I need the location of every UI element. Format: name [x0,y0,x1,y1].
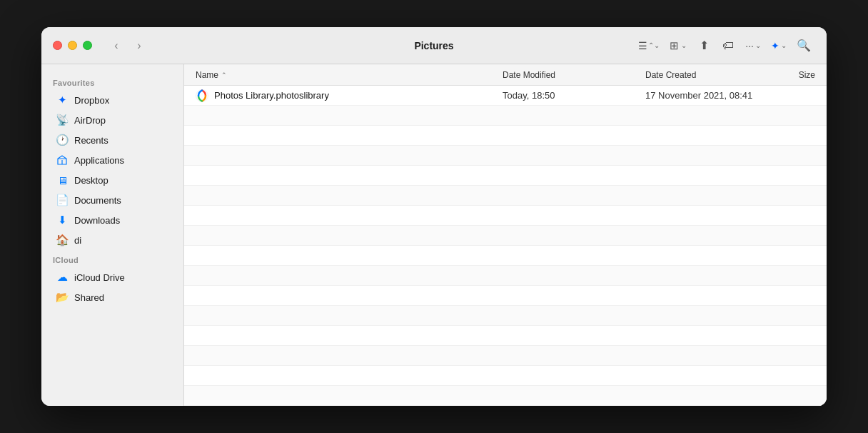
airdrop-icon: 📡 [56,114,69,126]
minimize-button[interactable] [68,41,77,50]
sidebar-item-dropbox[interactable]: ✦ Dropbox [44,90,181,110]
documents-icon: 📄 [56,194,69,206]
finder-window: ‹ › Pictures ☰ ⌃⌄ ⊞ ⌄ ⬆ 🏷 [41,27,827,406]
sidebar-item-icloud-drive[interactable]: ☁ iCloud Drive [44,267,181,287]
sidebar-item-shared[interactable]: 📂 Shared [44,287,181,307]
main-area: Name ⌃ Date Modified Date Created Size [184,64,827,406]
sidebar-item-downloads[interactable]: ⬇ Downloads [44,210,181,230]
dropbox-sidebar-icon: ✦ [56,94,69,106]
sidebar-item-recents[interactable]: 🕐 Recents [44,130,181,150]
empty-row [184,226,827,246]
file-name-cell: Photos Library.photoslibrary [196,89,503,102]
col-header-date-modified[interactable]: Date Modified [503,70,645,80]
share-button[interactable]: ⬆ [692,34,715,57]
file-date-created: 17 November 2021, 08:41 [645,90,772,101]
empty-row [184,126,827,146]
svg-point-3 [201,94,204,97]
col-header-date-created[interactable]: Date Created [645,70,772,80]
file-date-modified: Today, 18:50 [503,90,645,101]
sidebar-icloud-drive-label: iCloud Drive [74,272,125,283]
list-view-button[interactable]: ☰ ⌃⌄ [634,35,664,56]
search-button[interactable]: 🔍 [792,34,815,57]
dropbox-icon: ✦ [771,40,779,51]
applications-icon [56,154,69,166]
sidebar: Favourites ✦ Dropbox 📡 AirDrop 🕐 Recents [41,64,184,406]
grid-view-button[interactable]: ⊞ ⌄ [665,35,691,56]
empty-row [184,106,827,126]
search-icon: 🔍 [797,39,811,52]
grid-icon: ⊞ [670,39,679,52]
sidebar-item-documents[interactable]: 📄 Documents [44,190,181,210]
empty-row [184,306,827,326]
sidebar-airdrop-label: AirDrop [74,115,106,126]
traffic-lights [53,41,92,50]
list-icon: ☰ [638,40,647,51]
photos-library-icon [196,89,208,102]
home-icon: 🏠 [56,234,69,247]
empty-row [184,366,827,386]
empty-row [184,286,827,306]
desktop-icon: 🖥 [56,174,69,186]
recents-icon: 🕐 [56,134,69,146]
sidebar-recents-label: Recents [74,135,108,146]
more-chevron: ⌄ [755,41,761,49]
downloads-icon: ⬇ [56,214,69,227]
file-list: Photos Library.photoslibrary Today, 18:5… [184,86,827,406]
grid-chevron: ⌄ [681,41,687,49]
empty-row [184,346,827,366]
list-sort-chevron: ⌃⌄ [648,41,660,49]
empty-row [184,186,827,206]
empty-row [184,206,827,226]
sort-icon: ⌃ [221,71,227,79]
file-name: Photos Library.photoslibrary [214,90,329,101]
col-header-size[interactable]: Size [772,70,815,80]
sidebar-item-di[interactable]: 🏠 di [44,230,181,250]
dropbox-chevron: ⌄ [781,41,787,49]
navigation: ‹ › [106,36,149,56]
content-area: Favourites ✦ Dropbox 📡 AirDrop 🕐 Recents [41,64,827,406]
sidebar-item-airdrop[interactable]: 📡 AirDrop [44,110,181,130]
titlebar: ‹ › Pictures ☰ ⌃⌄ ⊞ ⌄ ⬆ 🏷 [41,27,827,64]
empty-row [184,246,827,266]
share-icon: ⬆ [700,39,709,52]
icloud-section-label: iCloud [41,250,183,267]
empty-row [184,266,827,286]
sidebar-shared-label: Shared [74,292,104,303]
empty-row [184,146,827,166]
tag-icon: 🏷 [722,39,734,52]
col-header-name[interactable]: Name ⌃ [196,70,503,80]
empty-row [184,166,827,186]
forward-button[interactable]: › [129,36,149,56]
toolbar-actions: ☰ ⌃⌄ ⊞ ⌄ ⬆ 🏷 ··· ⌄ ✦ ⌄ [634,34,815,57]
shared-icon: 📂 [56,291,69,304]
file-row[interactable]: Photos Library.photoslibrary Today, 18:5… [184,86,827,106]
back-button[interactable]: ‹ [106,36,126,56]
sidebar-dropbox-label: Dropbox [74,95,109,106]
close-button[interactable] [53,41,62,50]
icloud-drive-icon: ☁ [56,271,69,284]
more-icon: ··· [745,40,754,51]
sidebar-di-label: di [74,235,81,246]
sidebar-downloads-label: Downloads [74,215,120,226]
more-button[interactable]: ··· ⌄ [741,35,765,56]
sidebar-item-applications[interactable]: Applications [44,150,181,170]
empty-row [184,386,827,406]
favourites-section-label: Favourites [41,73,183,90]
sidebar-documents-label: Documents [74,195,121,206]
tag-button[interactable]: 🏷 [717,34,740,57]
dropbox-button[interactable]: ✦ ⌄ [767,35,791,56]
maximize-button[interactable] [83,41,92,50]
empty-row [184,326,827,346]
sidebar-applications-label: Applications [74,155,124,166]
column-header: Name ⌃ Date Modified Date Created Size [184,64,827,86]
window-title: Pictures [414,40,453,51]
sidebar-desktop-label: Desktop [74,175,108,186]
sidebar-item-desktop[interactable]: 🖥 Desktop [44,170,181,190]
